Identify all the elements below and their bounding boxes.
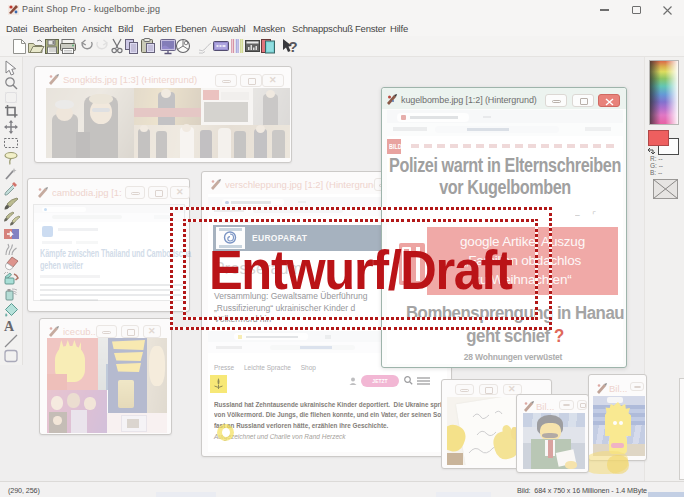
svg-text:A: A [4,319,15,334]
svg-text:?: ? [289,38,298,55]
